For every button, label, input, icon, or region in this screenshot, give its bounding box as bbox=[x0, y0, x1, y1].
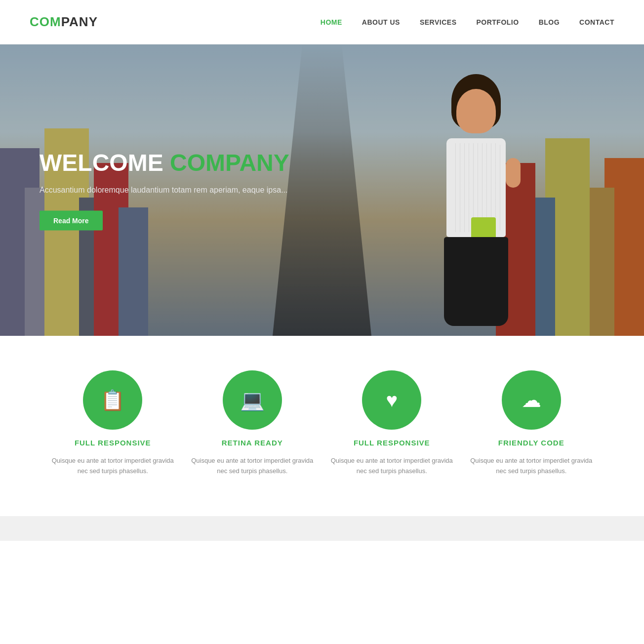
features-section: 📋 FULL RESPONSIVE Quisque eu ante at tor… bbox=[0, 336, 644, 516]
feature-title-3: FRIENDLY CODE bbox=[498, 439, 564, 447]
hero-title: WELCOME COMPANY bbox=[40, 150, 289, 176]
logo-com: COM bbox=[30, 14, 61, 29]
feature-title-2: FULL RESPONSIVE bbox=[354, 439, 430, 447]
hero-subtitle: Accusantium doloremque laudantium totam … bbox=[40, 184, 289, 196]
logo: COMPANY bbox=[30, 14, 98, 30]
hero-welcome: WELCOME bbox=[40, 150, 170, 176]
feature-title-1: RETINA READY bbox=[222, 439, 283, 447]
figure-body bbox=[446, 138, 506, 237]
nav-item-blog[interactable]: BLOG bbox=[539, 18, 560, 26]
feature-item-0: 📋 FULL RESPONSIVE Quisque eu ante at tor… bbox=[50, 370, 175, 477]
footer-strip bbox=[0, 516, 644, 541]
hero-content: WELCOME COMPANY Accusantium doloremque l… bbox=[40, 150, 289, 231]
nav-item-portfolio[interactable]: PORTFOLIO bbox=[476, 18, 519, 26]
feature-title-0: FULL RESPONSIVE bbox=[75, 439, 151, 447]
figure-head bbox=[456, 89, 496, 133]
header: COMPANY HOMEABOUT USSERVICESPORTFOLIOBLO… bbox=[0, 0, 644, 44]
nav-item-services[interactable]: SERVICES bbox=[420, 18, 457, 26]
feature-icon-2: ♥ bbox=[386, 390, 398, 410]
nav-item-contact[interactable]: CONTACT bbox=[579, 18, 614, 26]
feature-icon-3: ☁ bbox=[522, 390, 541, 410]
hero-company: COMPANY bbox=[170, 150, 289, 176]
features-grid: 📋 FULL RESPONSIVE Quisque eu ante at tor… bbox=[50, 370, 594, 477]
logo-pany: PANY bbox=[61, 14, 98, 29]
nav-item-about-us[interactable]: ABOUT US bbox=[362, 18, 400, 26]
figure-skirt bbox=[444, 237, 508, 326]
feature-icon-1: 💻 bbox=[240, 390, 265, 410]
feature-desc-1: Quisque eu ante at tortor imperdiet grav… bbox=[190, 456, 315, 477]
read-more-button[interactable]: Read More bbox=[40, 210, 103, 230]
feature-icon-0: 📋 bbox=[100, 390, 125, 410]
feature-circle-3: ☁ bbox=[502, 370, 561, 430]
feature-item-2: ♥ FULL RESPONSIVE Quisque eu ante at tor… bbox=[329, 370, 454, 477]
feature-circle-1: 💻 bbox=[223, 370, 282, 430]
feature-desc-3: Quisque eu ante at tortor imperdiet grav… bbox=[469, 456, 594, 477]
feature-item-1: 💻 RETINA READY Quisque eu ante at tortor… bbox=[190, 370, 315, 477]
feature-desc-2: Quisque eu ante at tortor imperdiet grav… bbox=[329, 456, 454, 477]
feature-desc-0: Quisque eu ante at tortor imperdiet grav… bbox=[50, 456, 175, 477]
feature-circle-0: 📋 bbox=[83, 370, 142, 430]
main-nav: HOMEABOUT USSERVICESPORTFOLIOBLOGCONTACT bbox=[321, 18, 614, 26]
nav-item-home[interactable]: HOME bbox=[321, 18, 342, 26]
feature-circle-2: ♥ bbox=[362, 370, 421, 430]
feature-item-3: ☁ FRIENDLY CODE Quisque eu ante at torto… bbox=[469, 370, 594, 477]
hero-section: WELCOME COMPANY Accusantium doloremque l… bbox=[0, 44, 644, 336]
